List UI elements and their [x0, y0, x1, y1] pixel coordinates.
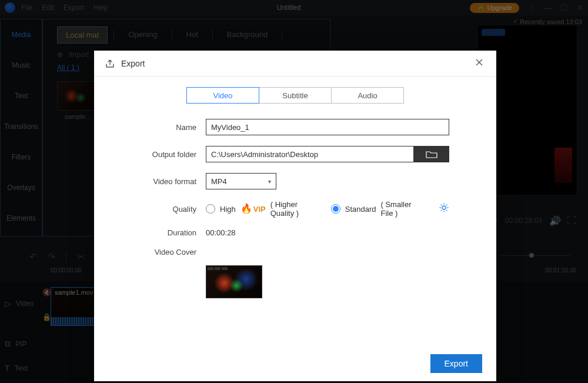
export-form: Name Output folder Video format	[94, 119, 496, 298]
close-icon	[475, 58, 483, 66]
label-duration: Duration	[94, 228, 206, 237]
name-input[interactable]	[206, 119, 449, 135]
label-name: Name	[94, 123, 206, 132]
radio-standard[interactable]	[331, 204, 340, 214]
duration-value: 00:00:28	[206, 228, 236, 237]
format-value: MP4	[211, 177, 227, 186]
dialog-header: Export	[94, 51, 496, 76]
export-icon	[105, 58, 115, 69]
video-cover-thumbnail[interactable]	[206, 265, 262, 298]
quality-standard-label: Standard	[345, 205, 376, 214]
browse-folder-button[interactable]	[414, 146, 449, 162]
tab-subtitle[interactable]: Subtitle	[259, 87, 332, 104]
svg-point-0	[442, 206, 446, 209]
quality-standard-option[interactable]: Standard ( Smaller File )	[331, 200, 422, 218]
dialog-title: Export	[121, 59, 145, 68]
quality-high-hint: ( Higher Quality )	[270, 200, 318, 218]
quality-high-label: High	[220, 205, 236, 214]
label-quality: Quality	[94, 205, 206, 214]
video-format-select[interactable]: MP4 ▾	[206, 173, 276, 189]
quality-high-option[interactable]: High 🔥 VIP ( Higher Quality )	[206, 200, 318, 218]
folder-icon	[426, 150, 437, 158]
label-video-format: Video format	[94, 177, 206, 186]
export-button[interactable]: Export	[430, 354, 482, 373]
tab-audio[interactable]: Audio	[331, 87, 404, 104]
vip-badge: 🔥 VIP	[240, 204, 266, 214]
dialog-close-button[interactable]	[473, 55, 486, 72]
label-video-cover: Video Cover	[94, 248, 206, 257]
chevron-down-icon: ▾	[268, 178, 271, 185]
export-tabs: Video Subtitle Audio	[94, 87, 496, 104]
tab-video[interactable]: Video	[186, 87, 259, 104]
gear-icon	[439, 202, 449, 213]
vip-text: VIP	[253, 205, 266, 214]
label-output-folder: Output folder	[94, 150, 206, 159]
flame-icon: 🔥	[240, 204, 252, 214]
quality-standard-hint: ( Smaller File )	[381, 200, 423, 218]
radio-high[interactable]	[206, 204, 215, 214]
export-dialog: Export Video Subtitle Audio Name Output …	[94, 51, 496, 381]
output-folder-input[interactable]	[206, 146, 414, 162]
quality-settings-button[interactable]	[439, 202, 449, 215]
